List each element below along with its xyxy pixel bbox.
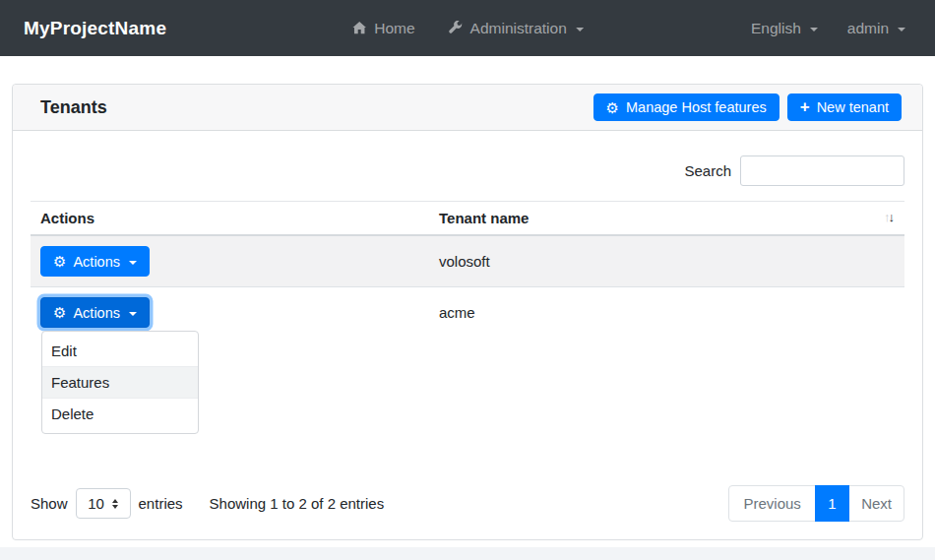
- gear-icon: ⚙: [606, 100, 619, 115]
- user-dropdown[interactable]: admin: [847, 20, 905, 37]
- tenant-name-cell: acme: [429, 287, 904, 339]
- row-actions-label: Actions: [73, 254, 120, 270]
- brand-logo[interactable]: MyProjectName: [24, 18, 166, 39]
- page-size-value: 10: [88, 495, 104, 512]
- manage-host-features-label: Manage Host features: [626, 99, 767, 115]
- plus-icon: +: [800, 98, 810, 115]
- actions-cell: ⚙ Actions Edit Features Delete: [31, 287, 429, 339]
- search-row: Search: [31, 131, 904, 201]
- nav-item-administration[interactable]: Administration: [449, 20, 584, 37]
- chevron-down-icon: [898, 28, 905, 31]
- pagination-previous-button[interactable]: Previous: [728, 485, 815, 522]
- actions-cell: ⚙ Actions: [31, 235, 429, 287]
- entries-label: entries: [139, 495, 183, 512]
- dropdown-item-features[interactable]: Features: [42, 366, 198, 398]
- chevron-down-icon: [576, 28, 584, 31]
- pagination-next-button[interactable]: Next: [848, 485, 904, 522]
- home-icon: [351, 21, 367, 35]
- language-dropdown[interactable]: English: [751, 20, 818, 37]
- search-label: Search: [684, 162, 731, 179]
- header-actions: ⚙ Manage Host features + New tenant: [593, 93, 902, 121]
- card-header: Tenants ⚙ Manage Host features + New ten…: [13, 85, 922, 131]
- new-tenant-button[interactable]: + New tenant: [787, 93, 902, 121]
- tenant-name-header-label: Tenant name: [439, 210, 529, 226]
- nav-item-administration-label: Administration: [470, 20, 567, 37]
- navbar-right: English admin: [751, 20, 905, 37]
- chevron-down-icon: [129, 261, 137, 265]
- nav-item-home-label: Home: [374, 20, 414, 37]
- table-info-text: Showing 1 to 2 of 2 entries: [210, 495, 385, 512]
- card-body: Search Actions ↑↓ Tenant name ⚙: [13, 131, 922, 539]
- table-footer-controls: Show 10 entries Showing 1 to 2 of 2 entr…: [31, 485, 904, 522]
- page-title: Tenants: [40, 97, 107, 118]
- new-tenant-label: New tenant: [817, 99, 889, 115]
- chevron-down-icon: [810, 28, 818, 31]
- gear-icon: ⚙: [53, 254, 66, 269]
- table-header-row: Actions ↑↓ Tenant name: [31, 202, 904, 236]
- dropdown-item-edit[interactable]: Edit: [42, 336, 198, 366]
- dropdown-item-delete[interactable]: Delete: [42, 398, 198, 429]
- language-label: English: [751, 20, 801, 37]
- row-actions-label: Actions: [73, 305, 120, 321]
- sort-icon[interactable]: ↑↓: [884, 210, 893, 224]
- tenant-name-column-header[interactable]: ↑↓ Tenant name: [429, 202, 904, 236]
- tenants-card: Tenants ⚙ Manage Host features + New ten…: [12, 84, 923, 540]
- page-footer-strip: [0, 547, 935, 560]
- manage-host-features-button[interactable]: ⚙ Manage Host features: [593, 93, 779, 121]
- table-row: ⚙ Actions Edit Features Delete acme: [31, 287, 904, 339]
- pagination-page-1-button[interactable]: 1: [815, 485, 849, 522]
- top-navbar: MyProjectName Home Administration Englis…: [0, 0, 935, 56]
- page-size-select[interactable]: 10: [76, 488, 131, 519]
- search-input[interactable]: [740, 156, 904, 186]
- nav-item-home[interactable]: Home: [351, 20, 414, 37]
- show-label: Show: [31, 495, 68, 512]
- tenants-table: Actions ↑↓ Tenant name ⚙ Actions: [31, 201, 904, 338]
- wrench-icon: [449, 21, 464, 35]
- pagination: Previous 1 Next: [728, 485, 904, 522]
- actions-dropdown-menu: Edit Features Delete: [41, 331, 199, 434]
- chevron-down-icon: [129, 312, 137, 316]
- row-actions-button-acme[interactable]: ⚙ Actions: [40, 297, 150, 328]
- gear-icon: ⚙: [53, 305, 66, 320]
- row-actions-button-volosoft[interactable]: ⚙ Actions: [40, 246, 150, 277]
- main-menu: Home Administration: [351, 0, 584, 56]
- actions-column-header: Actions: [31, 202, 429, 236]
- tenant-name-cell: volosoft: [429, 235, 904, 287]
- user-label: admin: [847, 20, 889, 37]
- up-down-arrows-icon: [112, 499, 118, 509]
- table-row: ⚙ Actions volosoft: [31, 235, 904, 287]
